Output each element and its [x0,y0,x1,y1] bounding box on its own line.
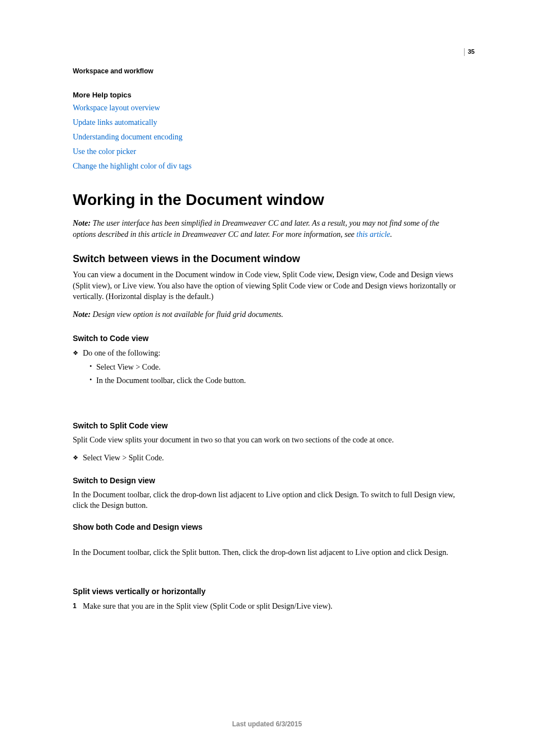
heading-split-vert-horiz: Split views vertically or horizontally [73,587,461,596]
subitem-select-code: Select View > Code. [73,361,461,374]
more-help-heading: More Help topics [73,91,461,99]
split-code-body: Split Code view splits your document in … [73,435,461,446]
page-content: Workspace and workflow More Help topics … [0,0,534,612]
section-header: Workspace and workflow [73,67,461,75]
design-view-body: In the Document toolbar, click the drop-… [73,489,461,511]
code-design-body: In the Document toolbar, click the Split… [73,547,461,558]
link-update-links[interactable]: Update links automatically [73,118,461,127]
heading-code-design: Show both Code and Design views [73,522,461,531]
step-text: Make sure that you are in the Split view… [83,602,332,610]
intro-note: Note: The user interface has been simpli… [73,218,461,240]
heading-code-view: Switch to Code view [73,334,461,343]
numbered-step-1: 1Make sure that you are in the Split vie… [73,600,461,612]
last-updated-footer: Last updated 6/3/2015 [0,720,534,728]
link-color-picker[interactable]: Use the color picker [73,147,461,156]
switch-views-body: You can view a document in the Document … [73,269,461,302]
page-title: Working in the Document window [73,191,461,209]
step-number: 1 [73,601,77,611]
heading-switch-views: Switch between views in the Document win… [73,253,461,265]
note-body-2: Design view option is not available for … [91,310,283,319]
link-highlight-div[interactable]: Change the highlight color of div tags [73,162,461,171]
heading-design-view: Switch to Design view [73,476,461,485]
design-view-note: Note: Design view option is not availabl… [73,309,461,320]
bullet-do-one: Do one of the following: [73,347,461,360]
note-label-2: Note: [73,310,91,319]
note-label: Note: [73,219,91,227]
heading-split-code: Switch to Split Code view [73,421,461,430]
bullet-split-code: Select View > Split Code. [73,452,461,464]
note-body-after: . [390,230,392,239]
subitem-code-button: In the Document toolbar, click the Code … [73,374,461,388]
link-this-article[interactable]: this article [357,230,390,239]
page-number: 35 [464,48,475,56]
link-workspace-layout[interactable]: Workspace layout overview [73,104,461,113]
link-document-encoding[interactable]: Understanding document encoding [73,133,461,142]
